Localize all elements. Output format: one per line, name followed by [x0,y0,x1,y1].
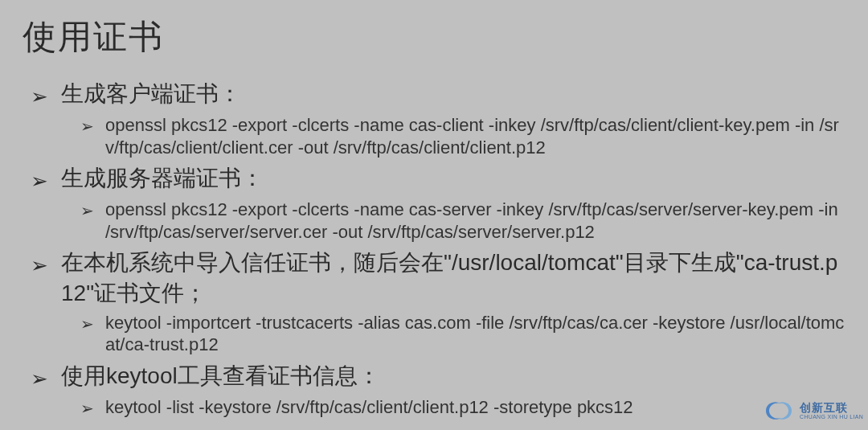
list-item: ➢ 生成客户端证书： ➢ openssl pkcs12 -export -clc… [31,79,845,158]
arrow-bullet-icon: ➢ [80,314,94,334]
item-text: keytool -list -keystore /srv/ftp/cas/cli… [105,396,845,419]
item-text: openssl pkcs12 -export -clcerts -name ca… [105,199,845,243]
list-item: ➢ 使用keytool工具查看证书信息： ➢ keytool -list -ke… [31,361,845,419]
item-text: 生成客户端证书： [61,79,845,109]
item-text: openssl pkcs12 -export -clcerts -name ca… [105,114,845,158]
arrow-bullet-icon: ➢ [80,399,94,419]
watermark-text-cn: 创新互联 [800,402,863,414]
item-text: 使用keytool工具查看证书信息： [61,361,845,391]
list-item: ➢ 生成服务器端证书： ➢ openssl pkcs12 -export -cl… [31,163,845,243]
item-text: 在本机系统中导入信任证书，随后会在"/usr/local/tomcat"目录下生… [61,248,845,309]
item-text: keytool -importcert -trustcacerts -alias… [105,312,845,356]
watermark-logo-icon [761,396,796,425]
arrow-bullet-icon: ➢ [31,252,48,280]
watermark: 创新互联 CHUANG XIN HU LIAN [761,396,863,425]
arrow-bullet-icon: ➢ [31,167,48,195]
list-item: ➢ 在本机系统中导入信任证书，随后会在"/usr/local/tomcat"目录… [31,248,845,356]
slide-title: 使用证书 [23,14,845,59]
list-item: ➢ openssl pkcs12 -export -clcerts -name … [80,199,845,243]
arrow-bullet-icon: ➢ [31,365,48,393]
list-item: ➢ keytool -list -keystore /srv/ftp/cas/c… [80,396,845,419]
bullet-list: ➢ 生成客户端证书： ➢ openssl pkcs12 -export -clc… [23,79,845,419]
list-item: ➢ openssl pkcs12 -export -clcerts -name … [80,114,845,158]
arrow-bullet-icon: ➢ [31,83,48,111]
arrow-bullet-icon: ➢ [80,117,94,137]
item-text: 生成服务器端证书： [61,163,845,194]
list-item: ➢ keytool -importcert -trustcacerts -ali… [80,312,845,356]
arrow-bullet-icon: ➢ [80,201,94,221]
watermark-text-en: CHUANG XIN HU LIAN [800,414,863,420]
